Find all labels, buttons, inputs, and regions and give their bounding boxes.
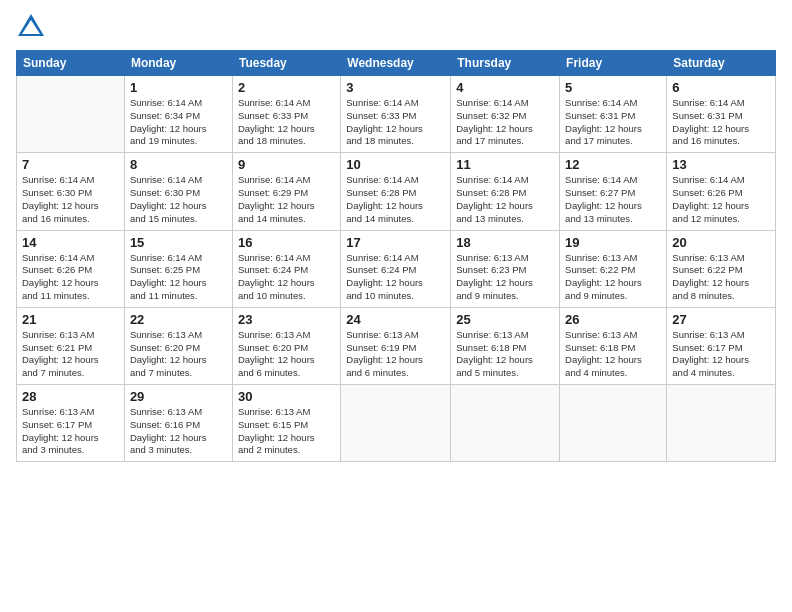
calendar-cell: 27Sunrise: 6:13 AM Sunset: 6:17 PM Dayli… <box>667 307 776 384</box>
day-number: 19 <box>565 235 661 250</box>
calendar-cell: 8Sunrise: 6:14 AM Sunset: 6:30 PM Daylig… <box>124 153 232 230</box>
day-info: Sunrise: 6:14 AM Sunset: 6:30 PM Dayligh… <box>130 174 227 225</box>
calendar-cell: 2Sunrise: 6:14 AM Sunset: 6:33 PM Daylig… <box>232 76 340 153</box>
day-info: Sunrise: 6:13 AM Sunset: 6:18 PM Dayligh… <box>565 329 661 380</box>
calendar-cell: 1Sunrise: 6:14 AM Sunset: 6:34 PM Daylig… <box>124 76 232 153</box>
calendar-cell: 15Sunrise: 6:14 AM Sunset: 6:25 PM Dayli… <box>124 230 232 307</box>
day-info: Sunrise: 6:14 AM Sunset: 6:25 PM Dayligh… <box>130 252 227 303</box>
day-number: 14 <box>22 235 119 250</box>
calendar-cell: 19Sunrise: 6:13 AM Sunset: 6:22 PM Dayli… <box>560 230 667 307</box>
day-info: Sunrise: 6:13 AM Sunset: 6:21 PM Dayligh… <box>22 329 119 380</box>
day-info: Sunrise: 6:14 AM Sunset: 6:31 PM Dayligh… <box>672 97 770 148</box>
calendar-cell: 13Sunrise: 6:14 AM Sunset: 6:26 PM Dayli… <box>667 153 776 230</box>
calendar-cell: 5Sunrise: 6:14 AM Sunset: 6:31 PM Daylig… <box>560 76 667 153</box>
day-number: 2 <box>238 80 335 95</box>
day-number: 17 <box>346 235 445 250</box>
calendar-header-cell: Tuesday <box>232 51 340 76</box>
page: SundayMondayTuesdayWednesdayThursdayFrid… <box>0 0 792 612</box>
calendar-cell: 9Sunrise: 6:14 AM Sunset: 6:29 PM Daylig… <box>232 153 340 230</box>
day-info: Sunrise: 6:14 AM Sunset: 6:28 PM Dayligh… <box>346 174 445 225</box>
day-info: Sunrise: 6:13 AM Sunset: 6:15 PM Dayligh… <box>238 406 335 457</box>
day-number: 7 <box>22 157 119 172</box>
day-number: 8 <box>130 157 227 172</box>
calendar-cell: 28Sunrise: 6:13 AM Sunset: 6:17 PM Dayli… <box>17 385 125 462</box>
calendar-header-cell: Sunday <box>17 51 125 76</box>
calendar-header-cell: Monday <box>124 51 232 76</box>
day-info: Sunrise: 6:14 AM Sunset: 6:26 PM Dayligh… <box>672 174 770 225</box>
day-number: 11 <box>456 157 554 172</box>
calendar-cell: 16Sunrise: 6:14 AM Sunset: 6:24 PM Dayli… <box>232 230 340 307</box>
day-info: Sunrise: 6:14 AM Sunset: 6:26 PM Dayligh… <box>22 252 119 303</box>
calendar-cell: 3Sunrise: 6:14 AM Sunset: 6:33 PM Daylig… <box>341 76 451 153</box>
day-info: Sunrise: 6:13 AM Sunset: 6:22 PM Dayligh… <box>565 252 661 303</box>
day-number: 6 <box>672 80 770 95</box>
calendar-week-row: 14Sunrise: 6:14 AM Sunset: 6:26 PM Dayli… <box>17 230 776 307</box>
day-number: 10 <box>346 157 445 172</box>
calendar-body: 1Sunrise: 6:14 AM Sunset: 6:34 PM Daylig… <box>17 76 776 462</box>
calendar-week-row: 28Sunrise: 6:13 AM Sunset: 6:17 PM Dayli… <box>17 385 776 462</box>
calendar-cell: 17Sunrise: 6:14 AM Sunset: 6:24 PM Dayli… <box>341 230 451 307</box>
calendar-cell: 10Sunrise: 6:14 AM Sunset: 6:28 PM Dayli… <box>341 153 451 230</box>
day-number: 29 <box>130 389 227 404</box>
day-info: Sunrise: 6:13 AM Sunset: 6:20 PM Dayligh… <box>130 329 227 380</box>
day-number: 24 <box>346 312 445 327</box>
calendar-cell <box>667 385 776 462</box>
calendar-cell: 25Sunrise: 6:13 AM Sunset: 6:18 PM Dayli… <box>451 307 560 384</box>
calendar-week-row: 7Sunrise: 6:14 AM Sunset: 6:30 PM Daylig… <box>17 153 776 230</box>
calendar-cell <box>560 385 667 462</box>
day-info: Sunrise: 6:13 AM Sunset: 6:16 PM Dayligh… <box>130 406 227 457</box>
day-info: Sunrise: 6:14 AM Sunset: 6:31 PM Dayligh… <box>565 97 661 148</box>
day-info: Sunrise: 6:14 AM Sunset: 6:24 PM Dayligh… <box>346 252 445 303</box>
day-number: 16 <box>238 235 335 250</box>
day-info: Sunrise: 6:13 AM Sunset: 6:23 PM Dayligh… <box>456 252 554 303</box>
calendar-cell: 21Sunrise: 6:13 AM Sunset: 6:21 PM Dayli… <box>17 307 125 384</box>
day-number: 30 <box>238 389 335 404</box>
day-number: 9 <box>238 157 335 172</box>
day-number: 5 <box>565 80 661 95</box>
calendar-cell: 12Sunrise: 6:14 AM Sunset: 6:27 PM Dayli… <box>560 153 667 230</box>
day-info: Sunrise: 6:14 AM Sunset: 6:27 PM Dayligh… <box>565 174 661 225</box>
day-info: Sunrise: 6:14 AM Sunset: 6:33 PM Dayligh… <box>238 97 335 148</box>
day-number: 3 <box>346 80 445 95</box>
calendar-header-cell: Friday <box>560 51 667 76</box>
calendar-week-row: 21Sunrise: 6:13 AM Sunset: 6:21 PM Dayli… <box>17 307 776 384</box>
day-number: 4 <box>456 80 554 95</box>
day-number: 18 <box>456 235 554 250</box>
day-number: 28 <box>22 389 119 404</box>
day-number: 12 <box>565 157 661 172</box>
day-number: 26 <box>565 312 661 327</box>
calendar-week-row: 1Sunrise: 6:14 AM Sunset: 6:34 PM Daylig… <box>17 76 776 153</box>
day-info: Sunrise: 6:14 AM Sunset: 6:24 PM Dayligh… <box>238 252 335 303</box>
calendar-cell: 7Sunrise: 6:14 AM Sunset: 6:30 PM Daylig… <box>17 153 125 230</box>
calendar-cell: 30Sunrise: 6:13 AM Sunset: 6:15 PM Dayli… <box>232 385 340 462</box>
day-info: Sunrise: 6:14 AM Sunset: 6:30 PM Dayligh… <box>22 174 119 225</box>
calendar-cell: 6Sunrise: 6:14 AM Sunset: 6:31 PM Daylig… <box>667 76 776 153</box>
calendar-cell: 20Sunrise: 6:13 AM Sunset: 6:22 PM Dayli… <box>667 230 776 307</box>
day-info: Sunrise: 6:14 AM Sunset: 6:33 PM Dayligh… <box>346 97 445 148</box>
calendar-header-row: SundayMondayTuesdayWednesdayThursdayFrid… <box>17 51 776 76</box>
header <box>16 12 776 42</box>
day-info: Sunrise: 6:14 AM Sunset: 6:29 PM Dayligh… <box>238 174 335 225</box>
day-info: Sunrise: 6:14 AM Sunset: 6:32 PM Dayligh… <box>456 97 554 148</box>
day-info: Sunrise: 6:13 AM Sunset: 6:17 PM Dayligh… <box>672 329 770 380</box>
calendar-cell: 18Sunrise: 6:13 AM Sunset: 6:23 PM Dayli… <box>451 230 560 307</box>
calendar-header-cell: Wednesday <box>341 51 451 76</box>
calendar-cell <box>451 385 560 462</box>
day-number: 15 <box>130 235 227 250</box>
day-number: 13 <box>672 157 770 172</box>
calendar-cell: 14Sunrise: 6:14 AM Sunset: 6:26 PM Dayli… <box>17 230 125 307</box>
calendar-cell: 22Sunrise: 6:13 AM Sunset: 6:20 PM Dayli… <box>124 307 232 384</box>
day-info: Sunrise: 6:13 AM Sunset: 6:17 PM Dayligh… <box>22 406 119 457</box>
logo <box>16 12 50 42</box>
day-info: Sunrise: 6:13 AM Sunset: 6:22 PM Dayligh… <box>672 252 770 303</box>
day-info: Sunrise: 6:13 AM Sunset: 6:18 PM Dayligh… <box>456 329 554 380</box>
day-number: 21 <box>22 312 119 327</box>
calendar-header-cell: Thursday <box>451 51 560 76</box>
day-number: 27 <box>672 312 770 327</box>
day-info: Sunrise: 6:14 AM Sunset: 6:28 PM Dayligh… <box>456 174 554 225</box>
day-number: 25 <box>456 312 554 327</box>
day-number: 20 <box>672 235 770 250</box>
day-number: 23 <box>238 312 335 327</box>
calendar-cell: 11Sunrise: 6:14 AM Sunset: 6:28 PM Dayli… <box>451 153 560 230</box>
calendar-header-cell: Saturday <box>667 51 776 76</box>
